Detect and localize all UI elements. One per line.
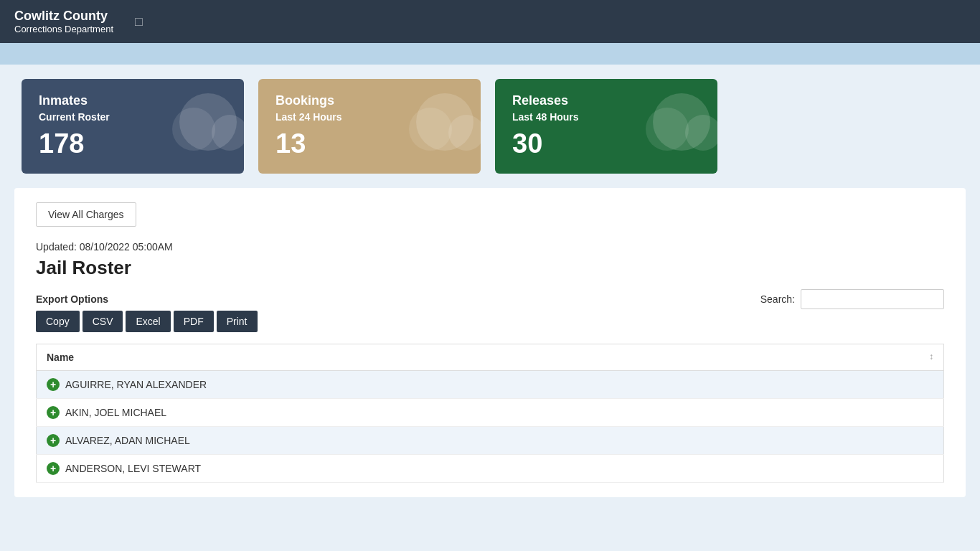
search-label: Search: — [760, 293, 795, 305]
stat-card-bookings: Bookings Last 24 Hours 13 — [258, 79, 481, 174]
table-row: +AGUIRRE, RYAN ALEXANDER — [37, 371, 944, 399]
releases-decoration — [639, 86, 717, 158]
stat-card-inmates: Inmates Current Roster 178 — [22, 79, 244, 174]
table-row: +AKIN, JOEL MICHAEL — [37, 399, 944, 427]
expand-icon[interactable]: □ — [135, 14, 143, 29]
updated-text: Updated: 08/10/2022 05:00AM — [36, 241, 944, 253]
sort-icon[interactable]: ↕ — [929, 352, 933, 362]
jail-roster-title: Jail Roster — [36, 257, 944, 279]
name-column-header[interactable]: Name ↕ — [37, 344, 944, 371]
table-row: +ANDERSON, LEVI STEWART — [37, 455, 944, 483]
inmates-decoration — [165, 86, 244, 158]
header-branding: Cowlitz County Corrections Department — [14, 9, 113, 34]
header: Cowlitz County Corrections Department □ — [0, 0, 980, 43]
roster-table: Name ↕ +AGUIRRE, RYAN ALEXANDER+AKIN, JO… — [36, 344, 944, 483]
header-subtitle: Corrections Department — [14, 24, 113, 34]
expand-row-icon[interactable]: + — [47, 434, 60, 447]
export-buttons: Copy CSV Excel PDF Print — [36, 311, 258, 332]
print-button[interactable]: Print — [217, 311, 258, 332]
expand-row-icon[interactable]: + — [47, 462, 60, 475]
pdf-button[interactable]: PDF — [174, 311, 214, 332]
view-all-charges-button[interactable]: View All Charges — [36, 202, 136, 227]
csv-button[interactable]: CSV — [83, 311, 123, 332]
expand-row-icon[interactable]: + — [47, 406, 60, 419]
search-area: Search: — [760, 289, 944, 309]
stats-section: Inmates Current Roster 178 Bookings Last… — [0, 65, 980, 188]
excel-button[interactable]: Excel — [126, 311, 170, 332]
header-title: Cowlitz County — [14, 9, 113, 24]
blue-bar — [0, 43, 980, 65]
search-input[interactable] — [801, 289, 944, 309]
main-content: View All Charges Updated: 08/10/2022 05:… — [14, 188, 966, 497]
table-row: +ALVAREZ, ADAN MICHAEL — [37, 427, 944, 455]
expand-row-icon[interactable]: + — [47, 378, 60, 391]
bookings-decoration — [402, 86, 481, 158]
copy-button[interactable]: Copy — [36, 311, 80, 332]
stat-card-releases: Releases Last 48 Hours 30 — [495, 79, 717, 174]
